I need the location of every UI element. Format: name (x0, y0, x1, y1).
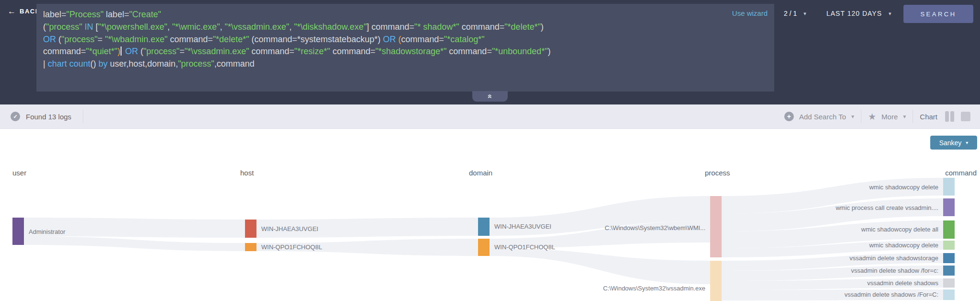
sankey-column-header: command (945, 169, 977, 177)
sankey-node-label: vssadmin delete shadow /for=c: (851, 267, 938, 274)
sankey-node-label: WIN-JHAEA3UVGEI (261, 225, 318, 232)
sankey-node-label: WIN-QPO1FCHOQ8L (494, 243, 555, 251)
check-circle-icon: ✓ (11, 112, 20, 121)
sankey-node-command[interactable] (943, 266, 955, 276)
sankey-node-process[interactable] (710, 261, 722, 301)
sankey-column-header: host (240, 169, 254, 177)
sankey-node-command[interactable] (943, 178, 955, 196)
add-search-to-button[interactable]: + Add Search To ▾ (784, 112, 854, 121)
back-button[interactable]: ← BACK (8, 7, 41, 15)
toolbar-divider (861, 110, 861, 123)
chevron-down-icon: ▾ (803, 11, 806, 17)
collapse-query-tab[interactable]: « (472, 91, 508, 102)
sankey-node-label: wmic shadowcopy delete (869, 184, 938, 191)
more-label: More (881, 113, 898, 121)
time-range-value: LAST 120 DAYS (826, 10, 882, 17)
sankey-column-header: domain (469, 169, 492, 177)
sankey-node-process[interactable] (710, 196, 722, 257)
sankey-column-header: user (12, 169, 26, 177)
sankey-flow[interactable] (24, 236, 245, 251)
search-button[interactable]: SEARCH (903, 5, 973, 23)
sankey-node-label: Administrator (29, 228, 66, 235)
sankey-node-label: WIN-JHAEA3UVGEI (494, 223, 551, 230)
found-logs-status: ✓ Found 13 logs (0, 112, 71, 121)
results-toolbar: ✓ Found 13 logs + Add Search To ▾ ★ More… (0, 104, 980, 128)
sankey-flow[interactable] (490, 248, 710, 284)
sankey-node-label: wmic process call create vssadmin.... (835, 204, 938, 211)
sankey-chart-area: AdministratorWIN-JHAEA3UVGEIWIN-QPO1FCHO… (0, 128, 980, 301)
sankey-node-user[interactable] (12, 218, 24, 245)
sankey-chart: AdministratorWIN-JHAEA3UVGEIWIN-QPO1FCHO… (0, 129, 980, 301)
sankey-column-header: process (705, 169, 730, 177)
more-button[interactable]: ★ More ▾ (868, 112, 906, 121)
sankey-node-host[interactable] (245, 220, 256, 238)
sankey-node-command[interactable] (943, 278, 955, 288)
sankey-node-command[interactable] (943, 241, 955, 250)
time-range-dropdown[interactable]: LAST 120 DAYS ▾ (826, 10, 892, 17)
use-wizard-link[interactable]: Use wizard (732, 9, 768, 17)
toolbar-right-actions: + Add Search To ▾ ★ More ▾ Chart (784, 110, 980, 123)
sankey-node-command[interactable] (943, 220, 955, 239)
chevron-down-icon: ▾ (966, 140, 968, 145)
chart-view-label: Chart (920, 113, 937, 121)
result-pager-value: 2 / 1 (784, 10, 797, 17)
back-arrow-icon: ← (8, 7, 16, 15)
sankey-node-host[interactable] (245, 243, 256, 251)
double-chevron-up-icon: « (486, 94, 494, 99)
chart-grid-view-button[interactable] (961, 112, 970, 121)
sankey-node-domain[interactable] (478, 218, 490, 236)
sankey-node-label: WIN-QPO1FCHOQ8L (261, 243, 322, 251)
result-pager-dropdown[interactable]: 2 / 1 ▾ (784, 10, 806, 17)
sankey-node-domain[interactable] (478, 239, 490, 256)
sankey-node-label: vssadmin delete shadows /For=C: (845, 291, 938, 298)
plus-circle-icon: + (784, 112, 794, 121)
sankey-node-label: wmic shadowcopy delete (869, 242, 938, 249)
sankey-node-label: C:\Windows\System32\wbem\WMI... (605, 224, 705, 232)
query-text[interactable]: label="Process" label="Create"("process"… (43, 9, 768, 70)
sankey-node-label: vssadmin delete shadowstorage (849, 255, 938, 262)
toolbar-divider (913, 110, 913, 123)
search-header: ← BACK label="Process" label="Create"("p… (0, 0, 980, 104)
text-cursor (121, 46, 122, 56)
found-logs-text: Found 13 logs (26, 113, 71, 121)
sankey-node-command[interactable] (943, 198, 955, 216)
chevron-down-icon: ▾ (903, 113, 906, 120)
sankey-node-label: vssadmin delete shadows (867, 279, 938, 287)
chart-type-dropdown[interactable]: Sankey ▾ (930, 136, 977, 150)
chevron-down-icon: ▾ (851, 113, 854, 120)
sankey-node-command[interactable] (943, 289, 955, 300)
sankey-node-label: wmic shadowcopy delete all (861, 226, 938, 233)
chart-columns-view-button[interactable] (945, 111, 954, 122)
query-editor[interactable]: label="Process" label="Create"("process"… (36, 4, 774, 92)
star-icon: ★ (868, 112, 876, 121)
chart-type-value: Sankey (939, 139, 962, 147)
sankey-node-command[interactable] (943, 253, 955, 263)
sankey-node-label: C:\Windows\System32\vssadmin.exe (603, 285, 705, 292)
add-search-to-label: Add Search To (799, 113, 846, 121)
toolbar-divider (83, 110, 83, 123)
chevron-down-icon: ▾ (889, 11, 892, 17)
